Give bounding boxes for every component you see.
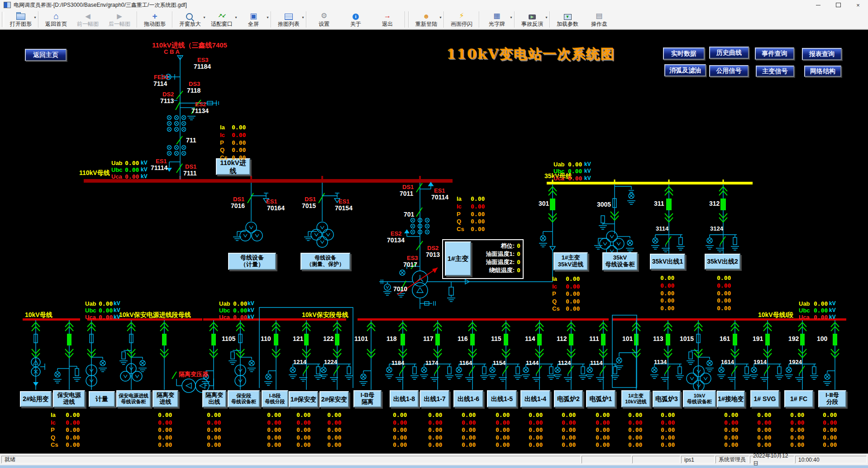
diagram-button[interactable]: 2#站用变 [20, 391, 52, 407]
diagram-button[interactable]: 10kV母线设备柜 [683, 390, 716, 407]
dropdown-arrow-icon[interactable]: ▼ [301, 16, 305, 19]
toolbar-separator [479, 11, 480, 28]
home-button[interactable]: 返回主页 [25, 49, 67, 61]
toolbar-button-18[interactable]: ▤操作盘 [583, 10, 615, 29]
toolbar-button-10[interactable]: ⚙设置 [308, 10, 340, 29]
diagram-button[interactable]: 1# FC [784, 390, 813, 407]
transformer-field-label: 油面温度1: [486, 251, 515, 257]
toolbar-button-5[interactable]: +拖动图形 [139, 10, 171, 29]
diagram-button[interactable]: 出线1-4 [520, 390, 550, 407]
toolbar-button-12[interactable]: →退出 [372, 10, 403, 29]
diagram-button-label: 2#站用变 [23, 395, 49, 402]
diagram-button[interactable]: 电弧炉1 [586, 390, 615, 407]
diagram-button[interactable]: 电弧炉2 [554, 390, 583, 407]
measurement-value: 0.00 [496, 442, 510, 448]
diagram-button[interactable]: 出线1-6 [453, 390, 483, 407]
diagram-button[interactable]: I-B段母线分段 [262, 390, 288, 407]
measurement-value: 0.00 [267, 442, 281, 448]
diagram-button[interactable]: 保安电源进线 [53, 390, 85, 407]
diagram-button[interactable]: 1#接地变 [717, 391, 745, 407]
measurement-value: 0.00 [566, 306, 580, 312]
measurement-value: 0.00 [724, 412, 738, 418]
toolbar-button-2[interactable]: ⌂返回首页 [40, 10, 72, 29]
app-icon [4, 2, 11, 8]
measurement-value: 0.00 [393, 412, 407, 418]
diagram-button[interactable]: 1# SVG [750, 390, 779, 407]
diagram-label: 118 [386, 336, 397, 342]
dropdown-arrow-icon[interactable]: ▼ [510, 16, 513, 19]
diagram-label: ES2 [195, 101, 206, 107]
diagram-button[interactable]: 1#主变10kV进线 [621, 390, 650, 407]
toolbar-button-7[interactable]: ↗↙适配窗口▼ [206, 10, 238, 29]
nav-button-3[interactable]: 事件查询 [755, 47, 794, 60]
flash-icon: ⚡ [459, 11, 464, 20]
diagram-button[interactable]: 35kV母线设备柜 [602, 252, 638, 270]
diagram-button[interactable]: 母线设备（计量） [228, 253, 276, 270]
diagram-button[interactable]: 出线1-8 [390, 390, 419, 407]
nav-button-6[interactable]: 公用信号 [709, 65, 749, 77]
transformer-button[interactable]: 1#主变 [445, 241, 471, 276]
nav-button-4[interactable]: 报表查询 [802, 48, 842, 60]
dropdown-arrow-icon[interactable]: ▼ [33, 16, 37, 19]
diagram-button[interactable]: 35kV出线2 [705, 254, 740, 269]
maximize-button[interactable] [828, 0, 848, 10]
diagram-button[interactable]: 出线1-5 [487, 390, 517, 407]
nav-button-7[interactable]: 主变信号 [756, 66, 794, 77]
toolbar-separator [549, 11, 550, 28]
diagram-button[interactable]: 保安段母线设备柜 [228, 390, 260, 407]
diagram-button[interactable]: 2#保安变 [320, 391, 349, 407]
nav-button-8[interactable]: 网络结构 [804, 66, 841, 77]
toolbar-button-6[interactable]: 开窗放大▼ [174, 10, 206, 29]
minimize-button[interactable] [808, 0, 828, 10]
toolbar-button-16[interactable]: ▶事故反演▼ [516, 10, 548, 29]
toolbar: 打开图形▼⌂返回首页◀前一幅图▶后一幅图+拖动图形开窗放大▼↗↙适配窗口▼▣全屏… [0, 10, 868, 29]
diagram-button-label: 35kV进线 [558, 261, 583, 268]
toolbar-button-17[interactable]: ▼加载参数 [552, 10, 583, 29]
replay-icon: ▶ [529, 11, 536, 20]
measurement-value: 0.00 [529, 420, 543, 425]
diagram-button[interactable]: I-B母隔离 [353, 390, 382, 407]
measurement-value: 0.00 [158, 412, 172, 418]
toolbar-button-13[interactable]: ☻重新登陆▼ [410, 10, 442, 29]
diagram-button-label: 35kV出线1 [652, 258, 683, 265]
diagram-button[interactable]: 35kV出线1 [650, 254, 685, 269]
diagram-button-label: （测量、保护） [306, 261, 344, 268]
transformer-field-value: 0 [517, 251, 520, 257]
measurement-value: 0.00 [757, 435, 771, 440]
toolbar-button-15[interactable]: ▦光字牌▼ [481, 10, 513, 29]
diagram-button-label: 1#主变 [562, 255, 580, 261]
diagram-button[interactable]: 保安电源进线母线设备柜 [116, 390, 151, 407]
dropdown-arrow-icon[interactable]: ▼ [439, 16, 442, 19]
voltage-label: Ubc [219, 307, 230, 313]
dropdown-arrow-icon[interactable]: ▼ [234, 16, 238, 19]
diagram-button[interactable]: 隔离变出线 [202, 390, 226, 407]
nav-button-2[interactable]: 历史曲线 [709, 47, 749, 59]
toolbar-separator [408, 11, 409, 28]
dropdown-arrow-icon[interactable]: ▼ [203, 16, 206, 19]
diagram-button[interactable]: 隔离变进线 [153, 390, 178, 407]
toolbar-button-9[interactable]: 推图列表▼ [273, 10, 305, 29]
toolbar-button-14[interactable]: ⚡画面停闪 [446, 10, 477, 29]
measurement-value: 0.00 [529, 442, 543, 448]
diagram-button[interactable]: I-Ⅱ母分段 [818, 390, 846, 407]
diagram-button[interactable]: 计量 [89, 391, 115, 407]
diagram-button[interactable]: 母线设备（测量、保护） [300, 253, 350, 270]
diagram-button[interactable]: 出线1-7 [420, 390, 449, 407]
close-button[interactable]: × [848, 0, 868, 10]
toolbar-button-11[interactable]: i关于 [340, 10, 372, 29]
diagram-button[interactable]: 电弧炉3 [653, 391, 681, 407]
measurement-label: Ia [552, 276, 557, 282]
diagram-label: 7017 [403, 261, 417, 268]
toolbar-button-1[interactable]: 打开图形▼ [5, 10, 37, 29]
dropdown-arrow-icon[interactable]: ▼ [266, 16, 269, 19]
nav-button-5[interactable]: 消弧及滤油 [664, 64, 706, 76]
diagram-button[interactable]: 1#保安变 [289, 391, 318, 407]
voltage-value: 0.00 [233, 314, 247, 320]
dropdown-arrow-icon[interactable]: ▼ [545, 16, 548, 19]
diagram-button[interactable]: 1#主变35kV进线 [553, 252, 588, 270]
diagram-button-label: 出线1-7 [424, 395, 445, 402]
toolbar-button-8[interactable]: ▣全屏▼ [238, 10, 269, 29]
nav-button-1[interactable]: 实时数据 [663, 47, 705, 60]
measurement-value: 0.00 [724, 442, 738, 448]
measurement-value: 0.00 [562, 435, 576, 440]
